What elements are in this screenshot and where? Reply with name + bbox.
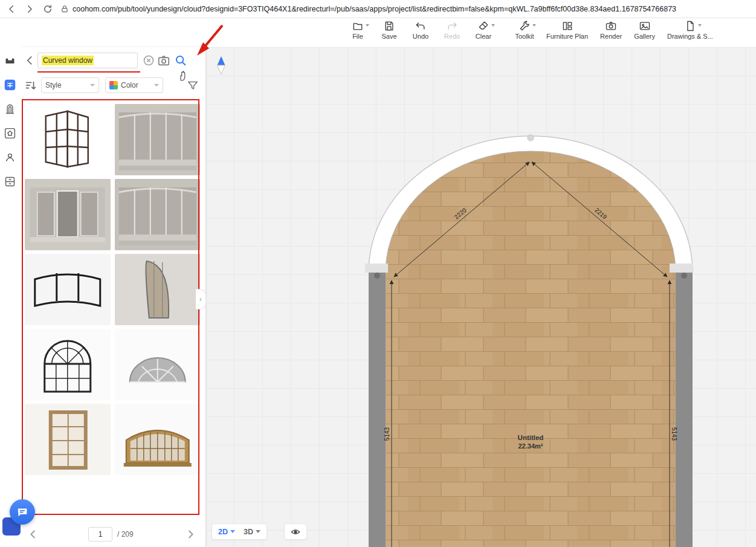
toolkit-icon xyxy=(519,20,531,32)
save-icon xyxy=(383,20,395,32)
floorplan-canvas[interactable]: 2220 2219 5143 5143 Untitled 22.34m² 2D … xyxy=(205,47,756,547)
furniture-icon[interactable] xyxy=(4,175,16,188)
toolbar-row: FileSaveUndoRedoClearToolkitFurniture Pl… xyxy=(348,20,713,40)
toolbar-label: Gallery xyxy=(634,33,655,40)
gallery-icon xyxy=(639,20,651,32)
toolbar-redo-button: Redo xyxy=(442,20,462,40)
page-number-input[interactable] xyxy=(88,527,112,542)
structure-icon[interactable] xyxy=(4,103,16,115)
catalog-panel: Curved window Style xyxy=(19,47,205,547)
models-icon[interactable] xyxy=(4,54,16,67)
style-dropdown-label: Style xyxy=(45,81,62,89)
catalog-icon[interactable] xyxy=(4,79,16,91)
url-text[interactable]: coohom.com/pub/tool/yundesign/cloud?desi… xyxy=(73,5,676,13)
toolbar-label: Redo xyxy=(444,33,460,40)
product-card-curved-glass-wall[interactable] xyxy=(115,104,201,175)
product-card-glass-door[interactable] xyxy=(25,179,111,250)
search-query-text: Curved window xyxy=(42,56,94,65)
browser-refresh-icon[interactable] xyxy=(42,4,53,15)
panel-back-icon[interactable] xyxy=(24,54,36,66)
color-dropdown-label: Color xyxy=(121,81,138,89)
toolbar-label: Clear xyxy=(476,33,491,40)
product-card-corner-grid-window[interactable] xyxy=(25,104,111,175)
browser-back-icon[interactable] xyxy=(6,4,17,15)
filter-funnel-icon[interactable] xyxy=(186,79,199,92)
avatar-icon[interactable] xyxy=(4,151,16,164)
file-icon xyxy=(352,20,364,32)
browser-forward-icon[interactable] xyxy=(24,4,35,15)
toolbar-label: Render xyxy=(600,33,622,40)
redo-icon xyxy=(446,20,458,32)
color-palette-icon xyxy=(109,81,118,89)
browser-bar: coohom.com/pub/tool/yundesign/cloud?desi… xyxy=(0,0,756,18)
clear-search-icon[interactable] xyxy=(142,54,155,67)
annotation-underline xyxy=(37,71,140,73)
clear-icon xyxy=(477,20,489,32)
toolbar-render-button[interactable]: Render xyxy=(600,20,622,40)
app-toolbar: FileSaveUndoRedoClearToolkitFurniture Pl… xyxy=(0,18,756,47)
product-grid-wrap xyxy=(19,100,205,515)
image-search-camera-icon[interactable] xyxy=(157,54,170,67)
next-page-icon[interactable] xyxy=(184,528,197,541)
dim-side-right: 5143 xyxy=(671,427,677,441)
room-area-label: 22.34m² xyxy=(519,442,543,450)
product-card-wooden-bay-window[interactable] xyxy=(115,404,201,475)
chevron-down-icon[interactable] xyxy=(491,24,495,27)
toolbar-toolkit-button[interactable]: Toolkit xyxy=(515,20,534,40)
chevron-down-icon[interactable] xyxy=(532,24,536,27)
product-card-curved-black-frame-window[interactable] xyxy=(25,254,111,325)
room-drawing: 2220 2219 5143 5143 Untitled 22.34m² xyxy=(205,47,756,547)
room-name-label: Untitled xyxy=(518,434,544,441)
toolbar-label: Toolkit xyxy=(515,33,534,40)
render-icon xyxy=(605,20,617,32)
toolbar-label: Save xyxy=(381,33,396,40)
product-card-tall-curved-pane[interactable] xyxy=(115,254,201,325)
toolbar-label: Furniture Plan xyxy=(546,33,588,40)
page-total-label: / 209 xyxy=(117,530,134,539)
chevron-down-icon[interactable] xyxy=(366,24,369,27)
prev-page-icon[interactable] xyxy=(27,528,40,541)
toolbar-file-button[interactable]: File xyxy=(348,20,367,40)
search-row: Curved window xyxy=(19,52,205,70)
product-card-semicircle-transom-window[interactable] xyxy=(115,329,201,400)
toolbar-undo-button[interactable]: Undo xyxy=(411,20,430,40)
chevron-down-icon xyxy=(154,84,159,86)
toolbar-clear-button[interactable]: Clear xyxy=(474,20,493,40)
toolbar-drawings-s-button[interactable]: Drawings & S... xyxy=(667,20,713,40)
toolbar-label: Undo xyxy=(413,33,428,40)
color-dropdown[interactable]: Color xyxy=(105,77,163,93)
toolbar-label: Drawings & S... xyxy=(667,33,713,40)
view-toggle-bar: 2D 3D xyxy=(212,523,307,540)
drawings-icon xyxy=(684,20,696,32)
product-card-dome-window-cut-off[interactable] xyxy=(115,479,201,515)
room-icon[interactable] xyxy=(4,127,16,140)
search-input[interactable]: Curved window xyxy=(37,53,138,68)
toolbar-gallery-button[interactable]: Gallery xyxy=(634,20,655,40)
toolbar-label: File xyxy=(352,33,363,40)
product-card-arched-grid-window[interactable] xyxy=(25,329,111,400)
view-2d-button[interactable]: 2D xyxy=(218,528,235,536)
toolbar-save-button[interactable]: Save xyxy=(380,20,399,40)
chat-bubble-button[interactable] xyxy=(10,499,35,525)
product-card-arched-frame-window-cut-off[interactable] xyxy=(25,479,111,515)
coohom-designer-app: coohom.com/pub/tool/yundesign/cloud?desi… xyxy=(0,0,756,547)
filter-row: Style Color xyxy=(19,77,205,95)
product-card-curved-glass-wall[interactable] xyxy=(115,179,201,250)
toolbar-furniture-plan-button[interactable]: Furniture Plan xyxy=(546,20,588,40)
furniture-plan-icon xyxy=(561,20,573,32)
view-3d-button[interactable]: 3D xyxy=(244,528,260,536)
visibility-eye-button[interactable] xyxy=(284,523,307,540)
pagination: / 209 xyxy=(19,526,205,544)
panel-collapse-tab[interactable]: ‹ xyxy=(196,289,206,309)
product-card-wooden-frame-window[interactable] xyxy=(25,404,111,475)
search-icon[interactable] xyxy=(174,54,187,67)
chevron-down-icon[interactable] xyxy=(698,24,702,27)
chevron-down-icon xyxy=(230,530,235,533)
style-dropdown[interactable]: Style xyxy=(41,77,99,93)
chevron-down-icon xyxy=(90,84,95,86)
chevron-down-icon xyxy=(256,530,260,533)
sort-icon[interactable] xyxy=(24,79,37,92)
left-icon-rail xyxy=(0,47,19,547)
lock-icon xyxy=(60,5,69,13)
undo-icon xyxy=(415,20,427,32)
